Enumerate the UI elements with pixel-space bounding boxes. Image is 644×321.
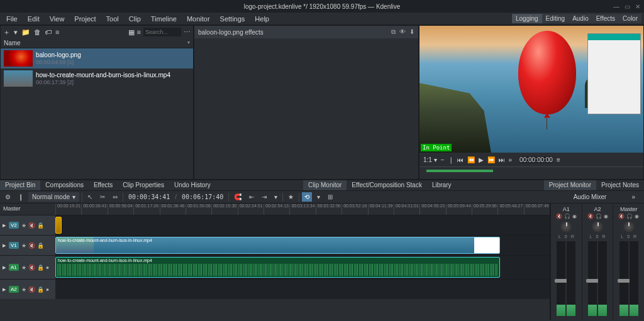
split-compare-button[interactable]: ⧉ [391, 28, 396, 36]
star-icon[interactable]: ★ [21, 264, 26, 271]
menu-project[interactable]: Project [70, 14, 99, 24]
zone-in-button[interactable]: ⇤ [247, 192, 257, 202]
menu-monitor[interactable]: Monitor [183, 14, 214, 24]
bin-item[interactable]: baloon-logo.png00:00:04:59 [1] [1, 48, 193, 68]
layout-tab-color[interactable]: Color [619, 14, 641, 23]
preview-render-button[interactable]: ⟲ [302, 192, 312, 202]
tab-clip-properties[interactable]: Clip Properties [118, 180, 169, 190]
track-control-button[interactable]: ❙ [16, 192, 26, 202]
star-icon[interactable]: ★ [21, 286, 26, 293]
preview-options-button[interactable]: ▾ [314, 192, 323, 202]
search-input[interactable] [143, 28, 181, 36]
monitor-button[interactable]: 🎧 [564, 214, 570, 219]
bin-item[interactable]: how-to-create-mount-and-burn-isos-in-lin… [1, 68, 193, 89]
clip-video-v1[interactable]: how-to-create-mount-and-burn-isos-in-lin… [55, 237, 500, 254]
effects-visible-button[interactable]: 👁 [399, 28, 406, 36]
ruler-master-label[interactable]: Master [0, 204, 55, 215]
go-start-button[interactable]: ⏮ [457, 156, 464, 163]
mute-icon[interactable]: 🔇 [28, 264, 35, 271]
fader-handle[interactable] [586, 279, 599, 283]
menu-settings[interactable]: Settings [216, 14, 249, 24]
track-body-a2[interactable] [55, 280, 550, 299]
pan-knob[interactable] [560, 221, 572, 232]
delete-clip-button[interactable]: 🗑 [34, 28, 41, 36]
tab-project-monitor[interactable]: Project Monitor [544, 180, 596, 190]
edit-mode-dropdown[interactable]: Normal mode ▾ [28, 192, 79, 202]
star-icon[interactable]: ★ [21, 242, 26, 249]
view-mode-button[interactable]: ▦ [128, 28, 135, 36]
add-chev-icon[interactable]: ▾ [14, 28, 18, 36]
menu-view[interactable]: View [46, 14, 69, 24]
bin-column-header[interactable]: Name [1, 38, 193, 48]
step-fwd-button[interactable]: ⏩ [487, 156, 495, 163]
tab-project-bin[interactable]: Project Bin [0, 180, 40, 190]
zoom-bar-icon[interactable]: ❘ [448, 156, 453, 163]
fader-handle[interactable] [555, 279, 567, 283]
tab-undo-history[interactable]: Undo History [169, 180, 216, 190]
layout-tab-editing[interactable]: Editing [542, 14, 569, 23]
tab-project-notes[interactable]: Project Notes [596, 180, 644, 190]
tab-compositions[interactable]: Compositions [40, 180, 89, 190]
favorite-button[interactable]: ★ [286, 192, 296, 202]
monitor-button[interactable]: 🎧 [596, 214, 602, 219]
lock-icon[interactable]: 🔒 [37, 264, 44, 271]
playhead-timecode[interactable]: 00:00:34:41 [126, 192, 172, 202]
snap-button[interactable]: 🧲 [231, 192, 244, 202]
go-end-button[interactable]: ⏭ [499, 156, 505, 163]
track-body-a1[interactable]: how-to-create-mount-and-burn-isos-in-lin… [55, 256, 550, 279]
timeline-settings-button[interactable]: ⚙ [3, 192, 13, 202]
menu-timeline[interactable]: Timeline [147, 14, 180, 24]
mute-button[interactable]: 🔇 [587, 214, 594, 219]
fader-handle[interactable] [618, 279, 630, 283]
pan-knob[interactable] [592, 221, 603, 232]
clip-logo[interactable] [55, 217, 62, 234]
add-clip-button[interactable]: ＋ [3, 28, 10, 37]
play-button[interactable]: ▶ [479, 156, 484, 163]
layout-tab-logging[interactable]: Logging [512, 14, 542, 23]
menu-clip[interactable]: Clip [125, 14, 145, 24]
mute-button[interactable]: 🔇 [556, 214, 562, 219]
bin-more-button[interactable]: ⋯ [184, 28, 191, 36]
mute-icon[interactable]: 🔇 [28, 286, 35, 293]
mute-button[interactable]: 🔇 [618, 214, 625, 219]
monitor-viewport[interactable]: In Point [419, 26, 643, 153]
menu-help[interactable]: Help [251, 14, 273, 24]
spacer-tool-button[interactable]: ⇔ [110, 192, 120, 202]
menu-tool[interactable]: Tool [103, 14, 123, 24]
maximize-button[interactable]: ▭ [625, 3, 630, 10]
bin-menu-button[interactable]: ≡ [137, 28, 141, 36]
expand-icon[interactable]: ▸ [3, 221, 6, 229]
razor-tool-button[interactable]: ✂ [97, 192, 108, 202]
tab-library[interactable]: Library [427, 180, 457, 190]
selection-tool-button[interactable]: ↖ [85, 192, 95, 202]
clip-audio-a1[interactable]: how-to-create-mount-and-burn-isos-in-lin… [55, 257, 500, 278]
grid-button[interactable]: ⊞ [325, 192, 335, 202]
expand-icon[interactable]: ▸ [3, 241, 6, 249]
monitor-more-button[interactable]: » [509, 156, 513, 163]
menu-file[interactable]: File [3, 14, 21, 24]
zoom-level-dropdown[interactable]: 1:1 ▾ [423, 156, 437, 163]
lock-icon[interactable]: 🔒 [37, 222, 44, 229]
mixer-collapse-button[interactable]: » [631, 193, 635, 200]
timeline-ruler[interactable]: 00:00:19:2100:00:38:4300:00:58:0400:01:1… [55, 204, 550, 215]
expand-icon[interactable]: ▸ [3, 263, 6, 271]
track-head-a2[interactable]: ▸ A2 ★ 🔇 🔒 ● [0, 280, 55, 299]
layout-tab-audio[interactable]: Audio [569, 14, 592, 23]
mute-icon[interactable]: 🔇 [28, 222, 35, 229]
monitor-timecode[interactable]: 00:00:00:00 [519, 156, 553, 163]
solo-button[interactable]: ◉ [635, 214, 639, 219]
track-head-a1[interactable]: ▸ A1 ★ 🔇 🔒 ● [0, 256, 55, 279]
tab-effect-composition-stack[interactable]: Effect/Composition Stack [347, 180, 427, 190]
mute-icon[interactable]: 🔇 [28, 242, 35, 249]
track-head-v2[interactable]: ▸ V2 ★ 🔇 🔒 [0, 215, 55, 235]
tab-clip-monitor[interactable]: Clip Monitor [303, 180, 347, 190]
monitor-button[interactable]: 🎧 [626, 214, 633, 219]
lock-icon[interactable]: 🔒 [37, 242, 44, 249]
pan-knob[interactable] [623, 221, 635, 232]
track-body-v2[interactable] [55, 215, 550, 235]
track-head-v1[interactable]: ▸ V1 ★ 🔇 🔒 [0, 236, 55, 255]
menu-edit[interactable]: Edit [24, 14, 43, 24]
rec-icon[interactable]: ● [46, 264, 49, 271]
options-button[interactable]: ≡ [55, 28, 59, 36]
tab-effects[interactable]: Effects [89, 180, 118, 190]
